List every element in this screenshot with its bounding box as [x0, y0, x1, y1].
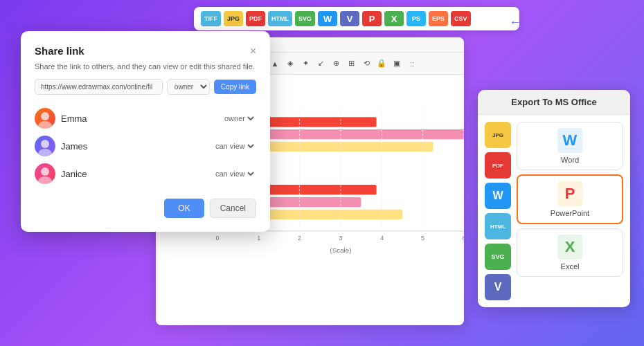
format-pdf[interactable]: PDF [246, 11, 265, 26]
format-tiff[interactable]: TIFF [201, 11, 221, 26]
svg-text:0: 0 [216, 235, 220, 242]
user-list: Emma owner James can view Janice [35, 104, 256, 188]
export-sidebar: JPG PDF W HTML SVG V [485, 122, 511, 300]
user-role-janice[interactable]: can view [213, 169, 256, 179]
export-sidebar-svg[interactable]: SVG [485, 244, 511, 270]
cancel-button[interactable]: Cancel [210, 199, 256, 218]
copy-link-button[interactable]: Copy link [214, 80, 256, 94]
user-role-james[interactable]: can view [213, 141, 256, 151]
export-option-powerpoint[interactable]: P PowerPoint [517, 174, 623, 224]
svg-point-27 [41, 167, 49, 176]
toolbar-frame[interactable]: ⊞ [344, 57, 358, 71]
user-row-james: James can view [35, 132, 256, 160]
user-name-emma: Emma [61, 113, 87, 124]
avatar-emma [35, 108, 55, 129]
svg-text:1: 1 [257, 235, 260, 242]
dialog-title: Share link [35, 45, 84, 57]
format-jpg[interactable]: JPG [224, 11, 243, 26]
toolbar-plus[interactable]: ⊕ [329, 57, 343, 71]
powerpoint-label: PowerPoint [551, 209, 589, 217]
export-panel: Export To MS Office JPG PDF W HTML SVG V… [478, 90, 630, 307]
user-row-janice: Janice can view [35, 160, 256, 188]
arrow-indicator: ← [509, 15, 521, 30]
svg-point-28 [38, 176, 52, 184]
svg-point-26 [38, 149, 52, 156]
dialog-close-button[interactable]: × [250, 46, 256, 57]
svg-point-25 [41, 140, 49, 148]
svg-text:5: 5 [421, 235, 424, 242]
format-ppt[interactable]: P [362, 11, 382, 26]
excel-icon: X [557, 235, 582, 260]
format-csv[interactable]: CSV [451, 11, 471, 26]
avatar-janice [35, 163, 55, 184]
dialog-description: Share the link to others, and they can v… [35, 62, 256, 71]
export-main: W Word P PowerPoint X Excel [517, 122, 623, 300]
svg-text:3: 3 [339, 235, 343, 242]
format-bar: TIFF JPG PDF HTML SVG W V P X PS EPS CSV [194, 7, 519, 30]
user-info-james: James [35, 136, 87, 156]
word-icon: W [557, 128, 582, 153]
avatar-james [35, 136, 55, 156]
export-sidebar-jpg[interactable]: JPG [485, 122, 511, 148]
user-role-emma[interactable]: owner [222, 113, 256, 123]
toolbar-more[interactable]: :: [405, 57, 419, 71]
format-excel[interactable]: X [384, 11, 404, 26]
share-dialog: Share link × Share the link to others, a… [21, 31, 270, 232]
format-ps[interactable]: PS [406, 11, 426, 26]
toolbar-box[interactable]: ▣ [390, 57, 404, 71]
powerpoint-icon: P [557, 181, 582, 206]
toolbar-undo[interactable]: ⟲ [359, 57, 373, 71]
format-html[interactable]: HTML [268, 11, 292, 26]
link-input[interactable] [35, 79, 163, 95]
export-sidebar-visio[interactable]: V [485, 274, 511, 300]
format-svg[interactable]: SVG [295, 11, 315, 26]
export-body: JPG PDF W HTML SVG V W Word P PowerPoint [478, 115, 630, 307]
user-info-emma: Emma [35, 108, 87, 129]
format-visio[interactable]: V [340, 11, 359, 26]
word-label: Word [561, 156, 579, 164]
format-word[interactable]: W [318, 11, 337, 26]
export-sidebar-word[interactable]: W [485, 183, 511, 209]
svg-text:6: 6 [463, 235, 464, 242]
user-info-janice: Janice [35, 163, 87, 184]
toolbar-star[interactable]: ✦ [298, 57, 312, 71]
format-eps[interactable]: EPS [429, 11, 448, 26]
svg-text:2: 2 [298, 235, 301, 242]
svg-point-24 [38, 121, 52, 129]
excel-label: Excel [561, 262, 580, 271]
user-name-janice: Janice [61, 169, 87, 179]
toolbar-arrow[interactable]: ↙ [314, 57, 328, 71]
user-row-emma: Emma owner [35, 104, 256, 132]
ok-button[interactable]: OK [164, 199, 204, 218]
toolbar-diamond[interactable]: ◈ [283, 57, 297, 71]
svg-text:(Scale): (Scale) [330, 246, 352, 254]
dialog-actions: OK Cancel [35, 199, 256, 218]
export-option-excel[interactable]: X Excel [517, 228, 623, 277]
dialog-header: Share link × [35, 45, 256, 57]
toolbar-triangle[interactable]: ▲ [268, 57, 282, 71]
export-header: Export To MS Office [478, 90, 630, 115]
export-option-word[interactable]: W Word [517, 122, 623, 170]
export-sidebar-html[interactable]: HTML [485, 213, 511, 239]
export-sidebar-pdf[interactable]: PDF [485, 152, 511, 179]
toolbar-lock[interactable]: 🔒 [375, 57, 388, 71]
owner-select[interactable]: owner [167, 79, 210, 95]
svg-text:4: 4 [380, 235, 384, 242]
user-name-james: James [61, 141, 87, 152]
svg-point-23 [41, 112, 49, 120]
link-row: owner Copy link [35, 79, 256, 95]
